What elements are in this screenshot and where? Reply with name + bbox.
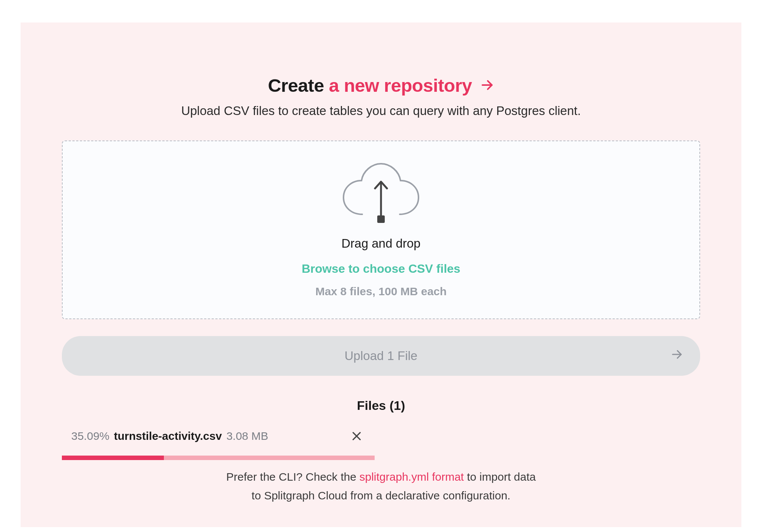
progress-fill	[62, 456, 164, 460]
file-name: turnstile-activity.csv	[114, 430, 222, 442]
max-files-label: Max 8 files, 100 MB each	[78, 285, 684, 298]
page-container: Create a new repository Upload CSV files…	[21, 22, 741, 527]
arrow-right-icon	[670, 348, 683, 364]
file-upload-percent: 35.09%	[71, 430, 110, 442]
cli-help-text: Prefer the CLI? Check the splitgraph.yml…	[225, 468, 537, 505]
page-header: Create a new repository Upload CSV files…	[62, 75, 700, 118]
title-prefix: Create	[268, 75, 324, 96]
browse-files-link[interactable]: Browse to choose CSV files	[78, 262, 684, 276]
file-row: 35.09% turnstile-activity.csv 3.08 MB	[62, 430, 700, 442]
remove-file-button[interactable]	[351, 430, 363, 442]
cloud-upload-icon	[78, 160, 684, 229]
file-size: 3.08 MB	[226, 430, 268, 442]
upload-button[interactable]: Upload 1 File	[62, 336, 700, 376]
page-title: Create a new repository	[62, 75, 700, 96]
files-count: (1)	[390, 398, 405, 412]
cli-text-prefix: Prefer the CLI? Check the	[226, 471, 359, 483]
files-header-label: Files	[357, 398, 386, 412]
drag-drop-label: Drag and drop	[78, 236, 684, 251]
arrow-right-icon	[480, 75, 494, 96]
title-link-text: a new repository	[329, 75, 472, 96]
files-header: Files (1)	[62, 398, 700, 413]
upload-button-label: Upload 1 File	[345, 349, 417, 363]
svg-rect-2	[377, 215, 385, 223]
file-dropzone[interactable]: Drag and drop Browse to choose CSV files…	[62, 140, 700, 319]
create-repository-link[interactable]: a new repository	[329, 75, 494, 96]
page-subtitle: Upload CSV files to create tables you ca…	[62, 104, 700, 118]
upload-progress-bar	[62, 456, 700, 460]
cli-format-link[interactable]: splitgraph.yml format	[359, 471, 464, 483]
